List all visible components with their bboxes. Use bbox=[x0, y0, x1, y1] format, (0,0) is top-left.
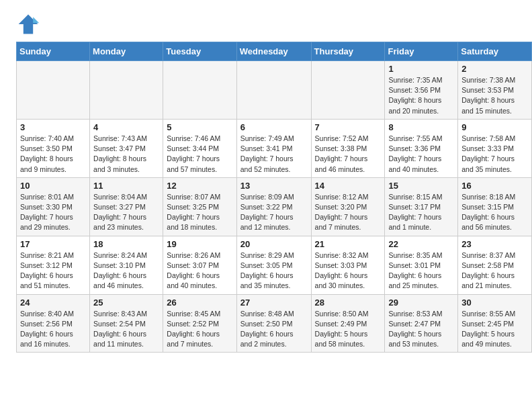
day-number: 27 bbox=[240, 298, 308, 308]
svg-marker-0 bbox=[19, 15, 38, 34]
day-number: 1 bbox=[388, 64, 454, 74]
day-detail: Sunrise: 8:48 AM Sunset: 2:50 PM Dayligh… bbox=[240, 309, 308, 350]
day-number: 24 bbox=[20, 298, 86, 308]
day-detail: Sunrise: 8:45 AM Sunset: 2:52 PM Dayligh… bbox=[167, 309, 232, 350]
calendar-cell: 24Sunrise: 8:40 AM Sunset: 2:56 PM Dayli… bbox=[17, 294, 90, 353]
calendar-week-row: 10Sunrise: 8:01 AM Sunset: 3:30 PM Dayli… bbox=[17, 177, 532, 236]
calendar-cell: 10Sunrise: 8:01 AM Sunset: 3:30 PM Dayli… bbox=[17, 177, 90, 236]
day-detail: Sunrise: 8:15 AM Sunset: 3:17 PM Dayligh… bbox=[388, 192, 454, 233]
calendar-cell: 25Sunrise: 8:43 AM Sunset: 2:54 PM Dayli… bbox=[90, 294, 163, 353]
calendar-cell: 6Sunrise: 7:49 AM Sunset: 3:41 PM Daylig… bbox=[236, 119, 311, 177]
calendar-header: SundayMondayTuesdayWednesdayThursdayFrid… bbox=[17, 42, 532, 61]
day-number: 29 bbox=[388, 298, 454, 308]
calendar-cell: 29Sunrise: 8:53 AM Sunset: 2:47 PM Dayli… bbox=[385, 294, 458, 353]
weekday-row: SundayMondayTuesdayWednesdayThursdayFrid… bbox=[17, 42, 532, 61]
calendar-cell: 20Sunrise: 8:29 AM Sunset: 3:05 PM Dayli… bbox=[236, 236, 311, 294]
day-number: 28 bbox=[315, 298, 382, 308]
day-detail: Sunrise: 8:21 AM Sunset: 3:12 PM Dayligh… bbox=[20, 250, 86, 291]
day-detail: Sunrise: 7:49 AM Sunset: 3:41 PM Dayligh… bbox=[240, 134, 308, 175]
weekday-header: Monday bbox=[90, 42, 163, 61]
calendar-cell: 21Sunrise: 8:32 AM Sunset: 3:03 PM Dayli… bbox=[311, 236, 385, 294]
weekday-header: Tuesday bbox=[163, 42, 236, 61]
calendar-cell: 15Sunrise: 8:15 AM Sunset: 3:17 PM Dayli… bbox=[385, 177, 458, 236]
day-detail: Sunrise: 8:43 AM Sunset: 2:54 PM Dayligh… bbox=[93, 309, 159, 350]
day-detail: Sunrise: 8:26 AM Sunset: 3:07 PM Dayligh… bbox=[167, 250, 232, 291]
day-number: 15 bbox=[388, 181, 454, 191]
day-number: 4 bbox=[93, 122, 159, 132]
calendar-cell: 1Sunrise: 7:35 AM Sunset: 3:56 PM Daylig… bbox=[385, 61, 458, 120]
calendar-cell bbox=[311, 61, 385, 120]
calendar-cell bbox=[236, 61, 311, 120]
day-number: 2 bbox=[461, 64, 528, 74]
day-detail: Sunrise: 8:01 AM Sunset: 3:30 PM Dayligh… bbox=[20, 192, 86, 233]
calendar-cell: 23Sunrise: 8:37 AM Sunset: 2:58 PM Dayli… bbox=[458, 236, 532, 294]
day-detail: Sunrise: 7:52 AM Sunset: 3:38 PM Dayligh… bbox=[315, 134, 382, 175]
calendar-cell: 3Sunrise: 7:40 AM Sunset: 3:50 PM Daylig… bbox=[17, 119, 90, 177]
day-number: 6 bbox=[240, 122, 308, 132]
calendar-cell: 8Sunrise: 7:55 AM Sunset: 3:36 PM Daylig… bbox=[385, 119, 458, 177]
calendar-cell: 2Sunrise: 7:38 AM Sunset: 3:53 PM Daylig… bbox=[458, 61, 532, 120]
day-detail: Sunrise: 7:35 AM Sunset: 3:56 PM Dayligh… bbox=[388, 75, 454, 116]
logo bbox=[16, 12, 43, 36]
day-number: 11 bbox=[93, 181, 159, 191]
day-number: 14 bbox=[315, 181, 382, 191]
calendar-cell: 18Sunrise: 8:24 AM Sunset: 3:10 PM Dayli… bbox=[90, 236, 163, 294]
day-detail: Sunrise: 8:29 AM Sunset: 3:05 PM Dayligh… bbox=[240, 250, 308, 291]
day-detail: Sunrise: 7:55 AM Sunset: 3:36 PM Dayligh… bbox=[388, 134, 454, 175]
day-number: 10 bbox=[20, 181, 86, 191]
calendar-cell: 19Sunrise: 8:26 AM Sunset: 3:07 PM Dayli… bbox=[163, 236, 236, 294]
weekday-header: Saturday bbox=[458, 42, 532, 61]
calendar-week-row: 17Sunrise: 8:21 AM Sunset: 3:12 PM Dayli… bbox=[17, 236, 532, 294]
day-number: 21 bbox=[315, 239, 382, 249]
day-number: 16 bbox=[461, 181, 528, 191]
day-number: 18 bbox=[93, 239, 159, 249]
day-detail: Sunrise: 7:40 AM Sunset: 3:50 PM Dayligh… bbox=[20, 134, 86, 175]
day-number: 13 bbox=[240, 181, 308, 191]
calendar-cell bbox=[17, 61, 90, 120]
calendar-wrap: SundayMondayTuesdayWednesdayThursdayFrid… bbox=[0, 42, 532, 361]
calendar-cell bbox=[163, 61, 236, 120]
calendar-cell: 9Sunrise: 7:58 AM Sunset: 3:33 PM Daylig… bbox=[458, 119, 532, 177]
weekday-header: Sunday bbox=[17, 42, 90, 61]
day-detail: Sunrise: 8:32 AM Sunset: 3:03 PM Dayligh… bbox=[315, 250, 382, 291]
day-detail: Sunrise: 8:09 AM Sunset: 3:22 PM Dayligh… bbox=[240, 192, 308, 233]
day-number: 26 bbox=[167, 298, 232, 308]
calendar-cell: 11Sunrise: 8:04 AM Sunset: 3:27 PM Dayli… bbox=[90, 177, 163, 236]
calendar-cell: 16Sunrise: 8:18 AM Sunset: 3:15 PM Dayli… bbox=[458, 177, 532, 236]
calendar-cell: 27Sunrise: 8:48 AM Sunset: 2:50 PM Dayli… bbox=[236, 294, 311, 353]
day-detail: Sunrise: 7:46 AM Sunset: 3:44 PM Dayligh… bbox=[167, 134, 232, 175]
calendar-cell: 28Sunrise: 8:50 AM Sunset: 2:49 PM Dayli… bbox=[311, 294, 385, 353]
calendar-week-row: 3Sunrise: 7:40 AM Sunset: 3:50 PM Daylig… bbox=[17, 119, 532, 177]
day-detail: Sunrise: 8:18 AM Sunset: 3:15 PM Dayligh… bbox=[461, 192, 528, 233]
weekday-header: Friday bbox=[385, 42, 458, 61]
weekday-header: Wednesday bbox=[236, 42, 311, 61]
day-detail: Sunrise: 7:38 AM Sunset: 3:53 PM Dayligh… bbox=[461, 75, 528, 116]
calendar-week-row: 24Sunrise: 8:40 AM Sunset: 2:56 PM Dayli… bbox=[17, 294, 532, 353]
day-number: 8 bbox=[388, 122, 454, 132]
calendar-cell: 13Sunrise: 8:09 AM Sunset: 3:22 PM Dayli… bbox=[236, 177, 311, 236]
calendar-cell: 4Sunrise: 7:43 AM Sunset: 3:47 PM Daylig… bbox=[90, 119, 163, 177]
calendar-cell: 7Sunrise: 7:52 AM Sunset: 3:38 PM Daylig… bbox=[311, 119, 385, 177]
day-number: 23 bbox=[461, 239, 528, 249]
day-number: 19 bbox=[167, 239, 232, 249]
page-header bbox=[0, 0, 532, 42]
calendar-cell: 30Sunrise: 8:55 AM Sunset: 2:45 PM Dayli… bbox=[458, 294, 532, 353]
calendar-cell: 26Sunrise: 8:45 AM Sunset: 2:52 PM Dayli… bbox=[163, 294, 236, 353]
day-detail: Sunrise: 7:58 AM Sunset: 3:33 PM Dayligh… bbox=[461, 134, 528, 175]
calendar-cell: 22Sunrise: 8:35 AM Sunset: 3:01 PM Dayli… bbox=[385, 236, 458, 294]
weekday-header: Thursday bbox=[311, 42, 385, 61]
day-detail: Sunrise: 8:40 AM Sunset: 2:56 PM Dayligh… bbox=[20, 309, 86, 350]
calendar-cell: 17Sunrise: 8:21 AM Sunset: 3:12 PM Dayli… bbox=[17, 236, 90, 294]
calendar-cell: 14Sunrise: 8:12 AM Sunset: 3:20 PM Dayli… bbox=[311, 177, 385, 236]
svg-marker-1 bbox=[33, 17, 39, 23]
day-number: 25 bbox=[93, 298, 159, 308]
day-number: 20 bbox=[240, 239, 308, 249]
calendar-cell: 12Sunrise: 8:07 AM Sunset: 3:25 PM Dayli… bbox=[163, 177, 236, 236]
calendar-cell: 5Sunrise: 7:46 AM Sunset: 3:44 PM Daylig… bbox=[163, 119, 236, 177]
day-detail: Sunrise: 8:04 AM Sunset: 3:27 PM Dayligh… bbox=[93, 192, 159, 233]
day-number: 30 bbox=[461, 298, 528, 308]
day-number: 22 bbox=[388, 239, 454, 249]
day-detail: Sunrise: 8:07 AM Sunset: 3:25 PM Dayligh… bbox=[167, 192, 232, 233]
day-number: 3 bbox=[20, 122, 86, 132]
calendar-week-row: 1Sunrise: 7:35 AM Sunset: 3:56 PM Daylig… bbox=[17, 61, 532, 120]
